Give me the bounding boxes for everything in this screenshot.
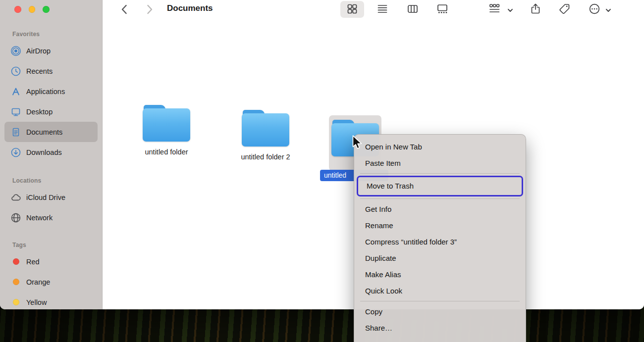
context-menu: Open in New Tab Paste Item Move to Trash…: [354, 134, 526, 342]
sidebar-item-downloads[interactable]: Downloads: [4, 142, 98, 162]
menu-item-rename[interactable]: Rename: [354, 217, 526, 234]
window-controls: [14, 6, 50, 13]
sidebar-item-airdrop[interactable]: AirDrop: [4, 41, 98, 61]
globe-icon: [11, 213, 21, 223]
sidebar-item-recents[interactable]: Recents: [4, 61, 98, 81]
sidebar-item-icloud-drive[interactable]: iCloud Drive: [4, 187, 98, 207]
move-to-trash-highlight-box: Move to Trash: [357, 176, 523, 196]
gallery-view-button[interactable]: [436, 3, 448, 15]
folder-name: untitled folder: [131, 148, 202, 156]
sidebar-item-label: Orange: [26, 278, 50, 286]
menu-item-duplicate[interactable]: Duplicate: [354, 250, 526, 266]
cloud-icon: [11, 193, 21, 202]
minimize-button[interactable]: [29, 6, 36, 13]
mouse-cursor: [351, 135, 364, 152]
sidebar-item-label: AirDrop: [26, 47, 51, 55]
tags-heading: Tags: [12, 242, 102, 248]
orange-tag-icon: [11, 277, 21, 287]
more-chevron-down-icon[interactable]: [605, 6, 611, 12]
sidebar-item-label: Downloads: [26, 148, 62, 156]
clock-icon: [11, 66, 21, 76]
sidebar-item-label: Recents: [26, 67, 53, 75]
menu-item-open-in-new-tab[interactable]: Open in New Tab: [354, 139, 526, 155]
tag-button[interactable]: [559, 3, 571, 15]
menu-separator: [360, 198, 520, 199]
sidebar-item-tag-red[interactable]: Red: [4, 251, 98, 272]
toolbar: Documents: [103, 0, 644, 19]
folder-item-untitled-folder-2[interactable]: untitled folder 2: [230, 110, 301, 161]
applications-icon: [11, 87, 21, 97]
group-button[interactable]: [488, 3, 500, 15]
sidebar: Favorites AirDrop Recents Applications: [0, 0, 103, 309]
sidebar-item-label: iCloud Drive: [26, 194, 65, 201]
favorites-heading: Favorites: [12, 31, 102, 38]
sidebar-item-label: Documents: [26, 128, 62, 136]
yellow-tag-icon: [11, 297, 21, 307]
sidebar-item-network[interactable]: Network: [4, 207, 98, 228]
folder-item-untitled-folder[interactable]: untitled folder: [131, 105, 202, 156]
menu-item-copy[interactable]: Copy: [354, 303, 526, 320]
finder-window: Favorites AirDrop Recents Applications: [0, 0, 644, 309]
red-tag-icon: [11, 257, 21, 267]
menu-item-move-to-trash[interactable]: Move to Trash: [358, 177, 522, 195]
menu-separator: [360, 301, 520, 301]
menu-item-compress[interactable]: Compress “untitled folder 3”: [354, 234, 526, 250]
downloads-icon: [11, 147, 21, 157]
sidebar-item-label: Red: [26, 258, 40, 266]
locations-heading: Locations: [12, 177, 102, 184]
sidebar-item-tag-orange[interactable]: Orange: [4, 272, 98, 292]
folder-name: untitled folder 2: [230, 153, 301, 161]
menu-item-paste-item[interactable]: Paste Item: [354, 155, 526, 171]
document-icon: [11, 127, 21, 137]
sidebar-item-label: Desktop: [26, 108, 53, 116]
icon-view-button[interactable]: [346, 3, 358, 15]
page-title: Documents: [167, 3, 213, 13]
forward-button[interactable]: [143, 3, 156, 16]
sidebar-item-applications[interactable]: Applications: [4, 81, 98, 101]
back-button[interactable]: [117, 3, 130, 16]
menu-item-quick-look[interactable]: Quick Look: [354, 283, 526, 299]
zoom-button[interactable]: [43, 6, 50, 13]
airdrop-icon: [11, 46, 21, 56]
screen: Favorites AirDrop Recents Applications: [0, 0, 644, 342]
folder-icon: [242, 110, 289, 147]
share-button[interactable]: [530, 3, 541, 15]
group-chevron-down-icon[interactable]: [507, 6, 513, 12]
menu-item-share[interactable]: Share…: [354, 320, 526, 336]
close-button[interactable]: [14, 6, 21, 13]
folder-icon: [143, 105, 190, 142]
sidebar-item-desktop[interactable]: Desktop: [4, 101, 98, 122]
sidebar-item-label: Network: [26, 214, 53, 222]
menu-separator: [360, 173, 520, 174]
menu-item-make-alias[interactable]: Make Alias: [354, 266, 526, 283]
menu-item-get-info[interactable]: Get Info: [354, 201, 526, 217]
list-view-button[interactable]: [376, 3, 388, 15]
more-options-button[interactable]: [589, 3, 600, 15]
sidebar-item-label: Yellow: [26, 298, 47, 306]
sidebar-item-documents[interactable]: Documents: [4, 122, 98, 142]
sidebar-item-label: Applications: [26, 88, 65, 96]
desktop-icon: [11, 107, 21, 117]
sidebar-item-tag-yellow[interactable]: Yellow: [4, 292, 98, 309]
column-view-button[interactable]: [407, 3, 419, 15]
